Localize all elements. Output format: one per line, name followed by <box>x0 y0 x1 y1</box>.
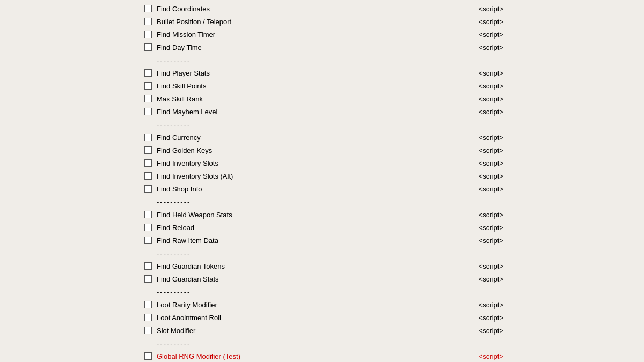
list-item: ---------- <box>140 247 510 260</box>
item-checkbox[interactable] <box>144 95 152 102</box>
item-checkbox[interactable] <box>144 159 152 167</box>
main-container: Find Coordinates<script>Bullet Position … <box>0 0 644 362</box>
list-item: Find Held Weapon Stats<script> <box>140 208 510 221</box>
checkbox-cell[interactable] <box>142 31 155 38</box>
checkbox-cell[interactable] <box>142 172 155 180</box>
item-label: Max Skill Rank <box>155 95 443 103</box>
checkbox-cell[interactable] <box>142 352 155 360</box>
item-label: Find Day Time <box>155 43 443 51</box>
item-checkbox[interactable] <box>144 134 152 141</box>
item-label: Global RNG Modifier (Test) <box>155 352 443 360</box>
checkbox-cell[interactable] <box>142 146 155 154</box>
checkbox-cell-separator <box>142 198 155 205</box>
list-item: Find Guardian Tokens<script> <box>140 260 510 272</box>
item-label: Find Currency <box>155 134 443 142</box>
checkbox-cell[interactable] <box>142 69 155 77</box>
checkbox-cell[interactable] <box>142 159 155 167</box>
checkbox-cell[interactable] <box>142 262 155 270</box>
empty-checkbox <box>144 288 152 295</box>
item-checkbox[interactable] <box>144 69 152 77</box>
item-script: <script> <box>443 237 508 245</box>
item-checkbox[interactable] <box>144 211 152 218</box>
item-checkbox[interactable] <box>144 301 152 308</box>
checkbox-cell[interactable] <box>142 224 155 231</box>
item-script: <script> <box>443 185 508 193</box>
checkbox-cell[interactable] <box>142 5 155 12</box>
checkbox-cell[interactable] <box>142 314 155 321</box>
list-item: Loot Anointment Roll<script> <box>140 311 510 324</box>
checkbox-cell-separator <box>142 288 155 295</box>
item-checkbox[interactable] <box>144 146 152 154</box>
item-label: Loot Anointment Roll <box>155 314 443 322</box>
item-script: <script> <box>443 82 508 90</box>
item-label: Find Coordinates <box>155 5 443 13</box>
item-label: Find Guardian Stats <box>155 275 443 283</box>
item-checkbox[interactable] <box>144 224 152 231</box>
item-checkbox[interactable] <box>144 172 152 180</box>
list-item: Find Shop Info<script> <box>140 182 510 195</box>
item-checkbox[interactable] <box>144 185 152 193</box>
checkbox-cell[interactable] <box>142 185 155 193</box>
checkbox-cell[interactable] <box>142 108 155 115</box>
item-script: <script> <box>443 172 508 180</box>
item-label: Bullet Position / Teleport <box>155 18 443 26</box>
checkbox-cell[interactable] <box>142 95 155 102</box>
separator-label: ---------- <box>155 56 508 64</box>
empty-checkbox <box>144 121 152 128</box>
item-script: <script> <box>443 211 508 219</box>
item-label: Find Guardian Tokens <box>155 262 443 270</box>
item-label: Loot Rarity Modifier <box>155 301 443 309</box>
item-checkbox[interactable] <box>144 262 152 270</box>
item-script: <script> <box>443 352 508 360</box>
empty-checkbox <box>144 339 152 347</box>
item-checkbox[interactable] <box>144 352 152 360</box>
list-item: Find Raw Item Data<script> <box>140 234 510 247</box>
item-checkbox[interactable] <box>144 314 152 321</box>
checkbox-cell[interactable] <box>142 18 155 25</box>
item-checkbox[interactable] <box>144 82 152 90</box>
checkbox-cell[interactable] <box>142 134 155 141</box>
item-label: Find Raw Item Data <box>155 237 443 245</box>
checkbox-cell[interactable] <box>142 237 155 244</box>
item-checkbox[interactable] <box>144 327 152 334</box>
checkbox-cell[interactable] <box>142 211 155 218</box>
item-label: Find Skill Points <box>155 82 443 90</box>
item-script: <script> <box>443 95 508 103</box>
item-script: <script> <box>443 301 508 309</box>
list-item: ---------- <box>140 54 510 67</box>
separator-label: ---------- <box>155 339 508 348</box>
item-checkbox[interactable] <box>144 43 152 51</box>
checkbox-cell[interactable] <box>142 82 155 90</box>
item-checkbox[interactable] <box>144 5 152 12</box>
list-item: Find Player Stats<script> <box>140 67 510 79</box>
empty-checkbox <box>144 249 152 257</box>
item-script: <script> <box>443 327 508 335</box>
separator-label: ---------- <box>155 198 508 206</box>
checkbox-cell[interactable] <box>142 327 155 334</box>
item-script: <script> <box>443 5 508 13</box>
item-label: Find Golden Keys <box>155 146 443 154</box>
item-script: <script> <box>443 146 508 154</box>
list-item: Find Coordinates<script> <box>140 2 510 15</box>
list-item: Max Skill Rank<script> <box>140 92 510 105</box>
item-label: Find Held Weapon Stats <box>155 211 443 219</box>
list-item: Find Inventory Slots (Alt)<script> <box>140 169 510 182</box>
separator-label: ---------- <box>155 288 508 296</box>
list-item: Find Guardian Stats<script> <box>140 272 510 285</box>
item-script: <script> <box>443 224 508 232</box>
checkbox-cell[interactable] <box>142 43 155 51</box>
item-label: Find Inventory Slots <box>155 159 443 167</box>
checkbox-cell[interactable] <box>142 301 155 308</box>
item-checkbox[interactable] <box>144 275 152 283</box>
item-checkbox[interactable] <box>144 108 152 115</box>
item-script: <script> <box>443 69 508 77</box>
list-item: ---------- <box>140 118 510 131</box>
item-checkbox[interactable] <box>144 18 152 25</box>
item-checkbox[interactable] <box>144 237 152 244</box>
list-item: Find Reload<script> <box>140 221 510 234</box>
item-checkbox[interactable] <box>144 31 152 38</box>
empty-checkbox <box>144 198 152 205</box>
item-label: Find Reload <box>155 224 443 232</box>
item-script: <script> <box>443 159 508 167</box>
checkbox-cell[interactable] <box>142 275 155 283</box>
